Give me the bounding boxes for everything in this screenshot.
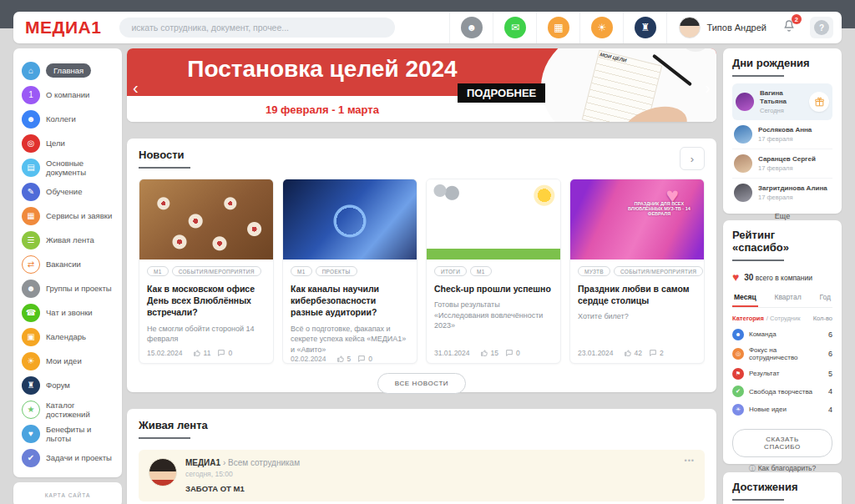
column-category[interactable]: Категория xyxy=(732,315,764,322)
comments-button[interactable]: 0 xyxy=(217,349,232,357)
birthdays-title: Дни рождения xyxy=(732,57,832,77)
education-icon: ✎ xyxy=(22,183,40,201)
news-image xyxy=(283,179,417,260)
sidebar-item-education[interactable]: ✎ Обучение xyxy=(20,179,115,204)
birthday-date: 17 февраля xyxy=(758,194,827,201)
news-card[interactable]: ИТОГИ М1 Check-up прошли успешно Готовы … xyxy=(426,179,561,364)
say-thanks-button[interactable]: СКАЗАТЬ СПАСИБО xyxy=(732,429,832,457)
banner-details-button[interactable]: ПОДРОБНЕЕ xyxy=(458,83,545,103)
tag[interactable]: М1 xyxy=(470,266,492,276)
focus-icon: ◎ xyxy=(732,348,744,360)
sidebar-item-calendar[interactable]: ▣ Календарь xyxy=(20,325,115,349)
news-image xyxy=(427,179,560,260)
promo-banner[interactable]: МОИ ЦЕЛИ Постановка целей 2024 19 феврал… xyxy=(127,48,716,122)
sidebar-item-label: Вакансии xyxy=(46,260,81,269)
messenger-button[interactable]: ✉ xyxy=(493,12,536,43)
sidebar-item-label: Основные документы xyxy=(46,159,114,177)
groups-button[interactable]: ☻ xyxy=(449,12,493,43)
sidebar-item-home[interactable]: ⌂ Главная xyxy=(20,58,115,83)
news-next-button[interactable]: › xyxy=(680,147,705,170)
chevron-right-icon: › xyxy=(691,153,694,165)
tab-year[interactable]: Год xyxy=(817,293,832,307)
sidebar-item-ideas[interactable]: ☀ Мои идеи xyxy=(20,349,115,373)
post-author[interactable]: МЕДИА1 xyxy=(185,458,220,467)
birthday-item[interactable]: Саранцев Сергей 17 февраля xyxy=(732,149,832,179)
sidebar-item-services[interactable]: ▦ Сервисы и заявки xyxy=(20,204,115,228)
calendar-button[interactable]: ▦ xyxy=(536,12,579,43)
tag[interactable]: ПРОЕКТЫ xyxy=(316,266,357,276)
sidebar-item-label: Чат и звонки xyxy=(46,308,93,317)
sidebar-item-vacancies[interactable]: ⇄ Вакансии xyxy=(20,252,115,276)
like-button[interactable]: 5 xyxy=(336,355,352,363)
sidebar-item-label: Календарь xyxy=(46,332,86,341)
tab-month[interactable]: Месяц xyxy=(732,293,758,307)
comments-button[interactable]: 0 xyxy=(505,349,520,357)
news-card-title: Праздник любви в самом сердце столицы xyxy=(578,283,696,306)
user-menu[interactable]: Типов Андрей xyxy=(666,12,775,43)
sidebar-item-achievements[interactable]: ★ Каталог достижений xyxy=(20,397,115,421)
category-count: 5 xyxy=(828,370,832,378)
tag[interactable]: СОБЫТИЯ/МЕРОПРИЯТИЯ xyxy=(172,266,261,276)
sidebar-item-tasks[interactable]: ✔ Задачи и проекты xyxy=(20,446,115,470)
sidebar-item-chat[interactable]: ☎ Чат и звонки xyxy=(20,300,115,325)
birthdays-more-link[interactable]: Еще xyxy=(732,212,832,220)
sidebar-item-groups[interactable]: ☻ Группы и проекты xyxy=(20,276,115,300)
notifications-button[interactable]: 2 xyxy=(775,19,803,36)
sidebar-item-documents[interactable]: ▤ Основные документы xyxy=(20,155,115,179)
tag[interactable]: ИТОГИ xyxy=(434,266,467,276)
tag[interactable]: МУЗТВ xyxy=(578,266,610,276)
sidebar-item-colleagues[interactable]: ☻ Коллеги xyxy=(20,107,115,131)
tag[interactable]: СОБЫТИЯ/МЕРОПРИЯТИЯ xyxy=(614,266,703,276)
feed-icon: ☰ xyxy=(22,231,40,249)
post-time: сегодня, 15:00 xyxy=(185,470,300,478)
sidebar-item-live-feed[interactable]: ☰ Живая лента xyxy=(20,228,115,252)
birthday-item[interactable]: Загритдинова Алина 17 февраля xyxy=(732,179,832,207)
comments-button[interactable]: 0 xyxy=(357,355,372,363)
post-audience[interactable]: Всем сотрудникам xyxy=(228,458,300,467)
lightbulb-icon: ☀ xyxy=(22,352,40,370)
like-button[interactable]: 15 xyxy=(480,349,498,357)
news-card[interactable]: ♥ ПРАЗДНИК ДЛЯ ВСЕХ ВЛЮБЛЁННЫХ МУЗ-ТВ · … xyxy=(569,179,705,364)
tag[interactable]: М1 xyxy=(291,266,312,276)
birthday-item[interactable]: Вагина Татьяна Сегодня xyxy=(732,83,832,120)
birthday-date: 17 февраля xyxy=(758,164,816,172)
chevron-left-icon[interactable]: ‹ xyxy=(133,78,139,98)
chevron-right-icon[interactable]: › xyxy=(705,78,711,98)
help-button[interactable]: ? xyxy=(810,17,833,38)
sidebar-item-company[interactable]: 1 О компании xyxy=(20,83,115,107)
thumb-up-icon xyxy=(336,355,345,363)
vacancies-icon: ⇄ xyxy=(22,255,40,274)
sidebar-item-benefits[interactable]: ♥ Бенефиты и льготы xyxy=(20,421,115,446)
gift-button[interactable] xyxy=(809,92,829,112)
like-button[interactable]: 42 xyxy=(624,349,642,357)
sidebar-item-forum[interactable]: ♜ Форум xyxy=(20,373,115,397)
achievements-icon: ★ xyxy=(22,401,40,419)
post-title[interactable]: ЗАБОТА ОТ М1 xyxy=(185,484,300,493)
tag[interactable]: М1 xyxy=(147,266,169,276)
forum-icon: ♜ xyxy=(635,17,656,38)
all-news-button[interactable]: ВСЕ НОВОСТИ xyxy=(377,373,466,394)
like-button[interactable]: 11 xyxy=(193,349,211,357)
post-menu-button[interactable]: ••• xyxy=(685,456,695,465)
sidebar: ⌂ Главная 1 О компании ☻ Коллеги ◎ Цели … xyxy=(13,48,122,477)
forum-button[interactable]: ♜ xyxy=(623,12,666,43)
comment-icon xyxy=(357,355,366,363)
news-card[interactable]: М1 ПРОЕКТЫ Как каналы научили кибербезоп… xyxy=(282,179,417,364)
lightbulb-icon: ☀ xyxy=(591,17,613,38)
team-icon: ☻ xyxy=(732,329,744,340)
ideas-button[interactable]: ☀ xyxy=(579,12,623,43)
sidebar-item-label: Цели xyxy=(46,139,65,148)
search-input[interactable] xyxy=(119,18,395,38)
tab-quarter[interactable]: Квартал xyxy=(772,293,802,307)
thanks-total-suffix: всего в компании xyxy=(756,274,812,282)
logo[interactable]: МЕДИА1 xyxy=(25,18,101,38)
question-icon: ? xyxy=(814,20,829,35)
sidebar-item-goals[interactable]: ◎ Цели xyxy=(20,131,115,155)
column-employee[interactable]: / Сотрудник xyxy=(766,315,801,322)
sitemap-button[interactable]: КАРТА САЙТА xyxy=(13,482,122,504)
tasks-icon: ✔ xyxy=(22,449,40,467)
chat-icon: ☎ xyxy=(22,304,40,322)
comments-button[interactable]: 2 xyxy=(649,349,664,357)
news-card[interactable]: М1 СОБЫТИЯ/МЕРОПРИЯТИЯ Как в московском … xyxy=(139,179,274,364)
birthday-item[interactable]: Рослякова Анна 17 февраля xyxy=(732,120,832,149)
